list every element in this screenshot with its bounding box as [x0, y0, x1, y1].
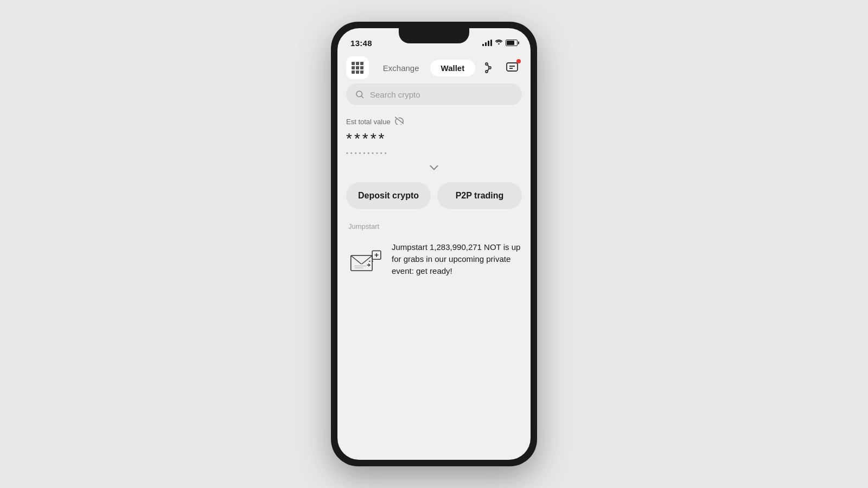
jumpstart-illustration [346, 241, 384, 279]
notification-badge [516, 59, 521, 63]
phone-frame: 13:48 [331, 22, 537, 466]
nav-tabs: Exchange Wallet [372, 60, 475, 76]
search-placeholder: Search crypto [370, 90, 420, 99]
jumpstart-section: Jumpstart [346, 222, 522, 285]
status-time: 13:48 [350, 38, 372, 48]
svg-point-2 [486, 70, 488, 73]
grid-icon [352, 62, 363, 74]
notch [399, 28, 469, 43]
svg-point-8 [356, 91, 362, 97]
svg-point-1 [489, 67, 491, 69]
svg-line-11 [351, 255, 361, 264]
signal-icon [482, 40, 492, 46]
network-button[interactable] [478, 58, 498, 78]
header-actions [478, 58, 522, 78]
phone-screen: 13:48 [337, 28, 531, 460]
deposit-crypto-button[interactable]: Deposit crypto [346, 182, 431, 209]
menu-button[interactable] [346, 56, 369, 79]
chat-button[interactable] [502, 58, 522, 78]
jumpstart-label: Jumpstart [346, 222, 522, 230]
status-icons [482, 39, 518, 47]
search-bar[interactable]: Search crypto [346, 84, 522, 105]
est-value-label: Est total value [346, 118, 391, 126]
svg-rect-5 [507, 63, 518, 71]
expand-button[interactable] [346, 165, 522, 171]
search-icon [355, 89, 365, 99]
action-buttons: Deposit crypto P2P trading [346, 182, 522, 209]
jumpstart-text: Jumpstart 1,283,990,271 NOT is up for gr… [392, 241, 522, 277]
wifi-icon [495, 39, 503, 47]
battery-icon [506, 40, 518, 46]
p2p-trading-button[interactable]: P2P trading [437, 182, 522, 209]
svg-line-12 [362, 255, 372, 264]
hide-balance-icon[interactable] [394, 116, 405, 127]
balance-hidden: ***** [346, 130, 522, 147]
svg-line-3 [488, 65, 489, 67]
app-header: Exchange Wallet [337, 52, 531, 84]
scroll-content: Search crypto Est total value ***** •••• [337, 84, 531, 460]
svg-line-9 [361, 96, 363, 98]
svg-line-4 [488, 69, 489, 71]
wallet-section: Est total value ***** •••••••••• [346, 116, 522, 290]
exchange-tab[interactable]: Exchange [372, 60, 430, 76]
balance-sub: •••••••••• [346, 150, 522, 156]
wallet-tab[interactable]: Wallet [430, 60, 476, 76]
jumpstart-card[interactable]: Jumpstart 1,283,990,271 NOT is up for gr… [346, 236, 522, 285]
svg-point-0 [486, 63, 488, 65]
est-value-row: Est total value [346, 116, 522, 127]
